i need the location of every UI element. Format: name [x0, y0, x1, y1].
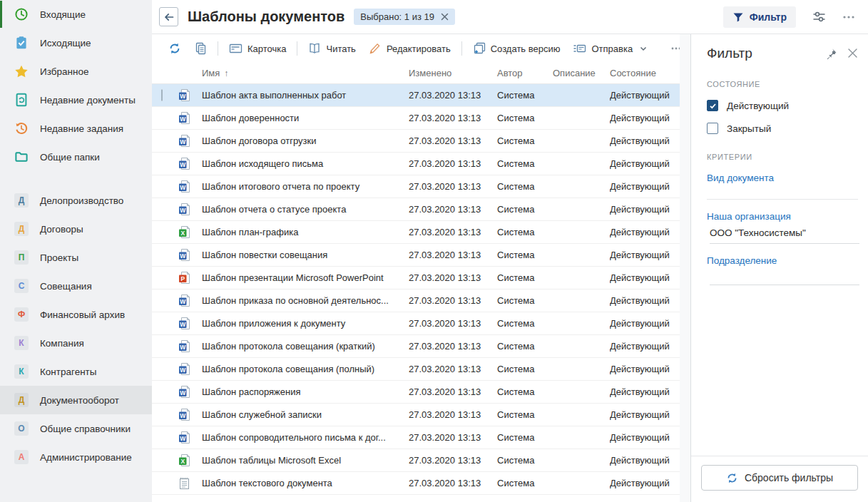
read-button[interactable]: Читать [302, 39, 362, 58]
doc-kind-link[interactable]: Вид документа [707, 173, 774, 183]
table-row[interactable]: W Шаблон повестки совещания 27.03.2020 1… [152, 244, 680, 267]
file-type-icon-cell: W [173, 111, 195, 125]
refresh-icon [168, 42, 181, 55]
word-icon: W [178, 362, 190, 376]
table-row[interactable]: W Шаблон договора отгрузки 27.03.2020 13… [152, 130, 680, 153]
row-status: Действующий [610, 386, 680, 397]
send-button[interactable]: Отправка [566, 39, 654, 58]
sidebar-item[interactable]: С Совещания [0, 272, 152, 300]
column-header-modified[interactable]: Изменено [409, 68, 497, 78]
clear-selection-icon[interactable] [441, 13, 449, 21]
table-row[interactable]: W Шаблон приказа по основной деятельнос.… [152, 290, 680, 312]
module-letter-badge: О [14, 421, 29, 436]
filter-checkbox-option[interactable]: Действующий [707, 100, 868, 111]
view-settings-icon[interactable] [812, 9, 827, 24]
sidebar-item[interactable]: К Контрагенты [0, 357, 152, 386]
more-actions-icon[interactable] [842, 11, 855, 24]
column-header-status[interactable]: Состояние [610, 68, 680, 78]
table-row[interactable]: W Шаблон служебной записки 27.03.2020 13… [152, 404, 680, 426]
table-row[interactable]: W Шаблон протокола совещания (полный) 27… [152, 358, 680, 381]
file-type-icon-cell: P [173, 271, 195, 285]
column-header-author[interactable]: Автор [497, 68, 553, 78]
table-row[interactable]: P Шаблон презентации Microsoft PowerPoin… [152, 267, 680, 290]
back-button[interactable] [159, 7, 178, 26]
table-row[interactable]: W Шаблон акта выполненных работ 27.03.20… [152, 84, 680, 107]
word-icon: W [178, 385, 190, 399]
sidebar-item[interactable]: Избранное [0, 57, 152, 86]
sidebar-item[interactable]: Общие папки [0, 143, 152, 171]
row-checkbox[interactable] [161, 89, 163, 101]
row-name: Шаблон приложения к документу [195, 318, 409, 329]
our-organization-link[interactable]: Наша организация [707, 211, 791, 222]
sidebar-item[interactable]: П Проекты [0, 243, 152, 272]
table-row[interactable]: W Шаблон протокола совещания (краткий) 2… [152, 335, 680, 358]
sidebar-item[interactable]: Д Делопроизводство [0, 186, 152, 215]
filter-checkbox-option[interactable]: Закрытый [707, 123, 868, 134]
file-type-icon-cell: W [173, 385, 195, 399]
sidebar-item[interactable]: Входящие [0, 0, 152, 29]
refresh-button[interactable] [162, 39, 188, 58]
sidebar-item[interactable]: Исходящие [0, 29, 152, 57]
svg-text:W: W [180, 435, 186, 442]
table-row[interactable]: W Шаблон отчета о статусе проекта 27.03.… [152, 198, 680, 221]
file-type-icon-cell: W [173, 157, 195, 170]
file-type-icon-cell: W [173, 248, 195, 262]
file-type-icon-cell: W [173, 362, 195, 376]
table-row[interactable]: Шаблон текстового документа 27.03.2020 1… [152, 472, 680, 495]
row-name: Шаблон акта выполненных работ [195, 90, 409, 101]
sidebar-item-label: Входящие [40, 9, 86, 20]
filter-panel-title: Фильтр [707, 46, 815, 61]
copy-button[interactable] [188, 39, 213, 58]
sidebar-item[interactable]: Д Договоры [0, 215, 152, 243]
our-organization-value[interactable]: ООО "Техносистемы" [710, 227, 859, 244]
table-row[interactable]: W Шаблон распоряжения 27.03.2020 13:13 С… [152, 381, 680, 404]
state-options: Действующий Закрытый [691, 88, 868, 134]
sidebar-item[interactable]: Ф Финансовый архив [0, 300, 152, 329]
edit-button-label: Редактировать [387, 43, 451, 54]
sidebar-item[interactable]: Недавние документы [0, 86, 152, 114]
svg-text:W: W [180, 138, 186, 145]
table-row[interactable]: X Шаблон план-графика 27.03.2020 13:13 С… [152, 221, 680, 244]
sidebar-item[interactable]: Д Документооборот [0, 386, 152, 414]
row-status: Действующий [610, 135, 680, 146]
card-button[interactable]: Карточка [223, 39, 292, 58]
row-name: Шаблон отчета о статусе проекта [195, 204, 409, 215]
sidebar-item[interactable]: А Администрирование [0, 443, 152, 471]
create-version-button[interactable]: Создать версию [466, 39, 567, 58]
file-type-icon-cell: W [173, 88, 195, 102]
column-header-description[interactable]: Описание [553, 68, 610, 78]
table-row[interactable]: W Шаблон доверенности 27.03.2020 13:13 С… [152, 107, 680, 130]
table-row[interactable]: W Шаблон сопроводительного письма к дог.… [152, 426, 680, 449]
vertical-scrollbar[interactable] [680, 34, 690, 502]
table-row[interactable]: X Шаблон таблицы Microsoft Excel 27.03.2… [152, 449, 680, 472]
clock-arrow-icon [14, 121, 29, 135]
sidebar-item[interactable]: О Общие справочники [0, 414, 152, 443]
row-status: Действующий [610, 227, 680, 237]
sidebar-item-label: Делопроизводство [40, 195, 123, 206]
module-letter-badge: К [14, 336, 29, 350]
pin-icon[interactable] [825, 48, 837, 60]
row-modified: 27.03.2020 13:13 [409, 478, 497, 488]
checkbox[interactable] [707, 123, 718, 134]
table-row[interactable]: W Шаблон итогового отчета по проекту 27.… [152, 175, 680, 198]
close-icon[interactable] [847, 48, 858, 58]
sidebar-item[interactable]: Недавние задания [0, 114, 152, 143]
table-row[interactable]: W Шаблон исходящего письма 27.03.2020 13… [152, 153, 680, 175]
filter-panel-header: Фильтр [691, 34, 868, 61]
module-letter-badge: Д [14, 222, 29, 236]
svg-text:X: X [180, 458, 185, 465]
table-row-partial[interactable] [152, 495, 680, 502]
file-type-icon-cell: W [173, 203, 195, 216]
filter-button[interactable]: Фильтр [723, 6, 796, 28]
row-name: Шаблон служебной записки [195, 409, 409, 420]
back-arrow-icon [163, 11, 175, 23]
department-link[interactable]: Подразделение [707, 255, 777, 266]
sidebar: Входящие Исходящие Избранное Недавние до… [0, 0, 152, 502]
sidebar-item[interactable]: К Компания [0, 329, 152, 357]
column-header-name-label: Имя [202, 68, 220, 78]
table-row[interactable]: W Шаблон приложения к документу 27.03.20… [152, 312, 680, 335]
edit-button[interactable]: Редактировать [362, 39, 457, 58]
column-header-name[interactable]: Имя↑ [195, 68, 409, 78]
checkbox[interactable] [707, 100, 718, 111]
reset-filters-button[interactable]: Сбросить фильтры [701, 465, 858, 491]
